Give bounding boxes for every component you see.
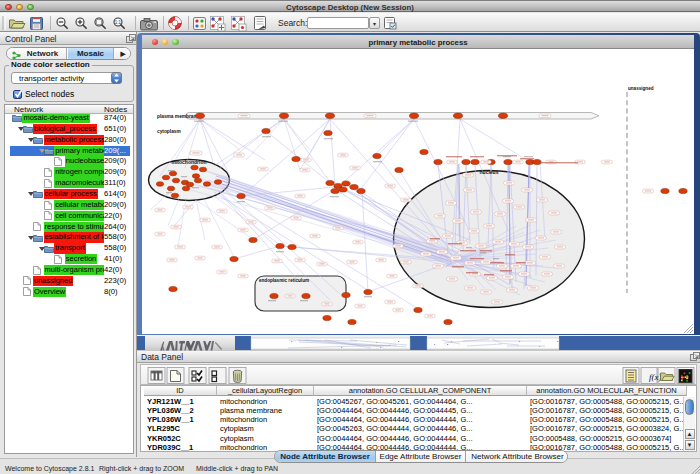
svg-text:plasma membrane: plasma membrane: [157, 114, 199, 119]
svg-text:f(x): f(x): [649, 372, 662, 382]
svg-text:nucleus: nucleus: [480, 169, 499, 175]
svg-text:1:1: 1:1: [115, 20, 122, 25]
svg-text:unassigned: unassigned: [628, 86, 654, 91]
svg-text:endoplasmic reticulum: endoplasmic reticulum: [259, 278, 309, 283]
svg-text:mitochondrion: mitochondrion: [172, 159, 207, 165]
svg-text:cytoplasm: cytoplasm: [157, 129, 181, 134]
